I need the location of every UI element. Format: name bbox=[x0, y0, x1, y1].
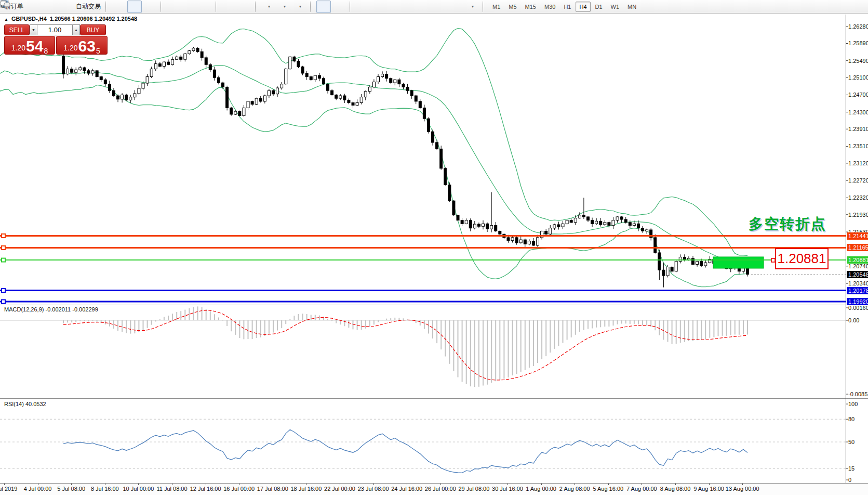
sell-button[interactable]: SELL bbox=[4, 24, 30, 35]
sell-price-button[interactable]: 1.20 54 8 bbox=[4, 36, 55, 55]
level-price-label: 1.20881 bbox=[847, 256, 868, 264]
sell-price-big: 54 bbox=[26, 38, 43, 54]
rsi-axis-label: 0 bbox=[848, 476, 868, 484]
date-tick-mark bbox=[206, 484, 206, 485]
level-price-label: 1.21165 bbox=[847, 244, 868, 251]
macd-axis-label: -0.008522 bbox=[848, 390, 868, 398]
price-tick-label: 1.25490 bbox=[848, 57, 868, 64]
horizontal-line-objects[interactable] bbox=[0, 234, 846, 304]
date-label: 13 Aug 00:00 bbox=[719, 486, 766, 492]
date-tick-mark bbox=[575, 484, 575, 485]
date-tick-mark bbox=[709, 484, 710, 485]
rsi-line bbox=[63, 429, 747, 473]
macd-axis-label: 0.00 bbox=[848, 317, 868, 324]
date-tick-mark bbox=[608, 484, 609, 485]
volume-input[interactable] bbox=[37, 24, 72, 35]
date-tick-mark bbox=[373, 484, 374, 485]
price-tick-label: 1.25100 bbox=[848, 74, 868, 81]
price-tick-label: 1.25890 bbox=[848, 40, 868, 47]
price-tick-label: 1.24700 bbox=[848, 91, 868, 98]
price-tick-label: 1.23910 bbox=[848, 125, 868, 133]
date-tick-mark bbox=[273, 484, 273, 485]
date-tick-mark bbox=[407, 484, 407, 485]
price-tick-label: 1.24300 bbox=[848, 109, 868, 116]
macd-axis-label: 0.001607 bbox=[848, 304, 868, 311]
green-rectangle-object[interactable] bbox=[713, 257, 764, 268]
date-tick-mark bbox=[508, 484, 508, 485]
date-axis[interactable]: 2 Jul 20194 Jul 00:005 Jul 08:008 Jul 16… bbox=[0, 484, 868, 495]
date-tick-mark bbox=[38, 484, 38, 485]
date-tick-mark bbox=[172, 484, 172, 485]
rsi-axis-label: 50 bbox=[848, 438, 868, 446]
rsi-indicator-label: RSI(14) 40.0532 bbox=[4, 401, 46, 407]
callout-anchor-handle[interactable] bbox=[771, 258, 775, 262]
level-price-label: 1.20178 bbox=[847, 287, 868, 294]
date-tick-mark bbox=[340, 484, 340, 485]
chart-ohlc: 1.20566 1.20606 1.20492 1.20548 bbox=[50, 16, 137, 22]
sell-price-sup: 8 bbox=[44, 47, 48, 55]
macd-signal-line bbox=[63, 310, 747, 380]
buy-price-button[interactable]: 1.20 63 5 bbox=[56, 36, 108, 55]
level-price-label: 1.21441 bbox=[847, 232, 868, 240]
date-tick-mark bbox=[541, 484, 542, 485]
macd-indicator-label: MACD(12,26,9) -0.002011 -0.002299 bbox=[4, 306, 98, 312]
price-tick-label: 1.20740 bbox=[848, 263, 868, 270]
rsi-axis-label: 15 bbox=[848, 465, 868, 472]
date-tick-mark bbox=[675, 484, 676, 485]
date-tick-mark bbox=[138, 484, 139, 485]
price-tick-label: 1.23510 bbox=[848, 142, 868, 150]
collapse-arrow-icon[interactable]: ▲ bbox=[4, 17, 8, 22]
rsi-axis-label: 100 bbox=[848, 400, 868, 408]
price-tick-label: 1.26280 bbox=[848, 23, 868, 30]
date-tick-mark bbox=[474, 484, 474, 485]
sell-price-main: 1.20 bbox=[11, 44, 25, 52]
date-tick-mark bbox=[440, 484, 441, 485]
price-callout-text: 1.20881 bbox=[778, 251, 826, 267]
current-price-label: 1.20548 bbox=[847, 271, 868, 278]
price-tick-label: 1.21930 bbox=[848, 211, 868, 218]
volume-decrease-button[interactable]: ▼ bbox=[30, 24, 37, 35]
volume-increase-button[interactable]: ▲ bbox=[72, 24, 80, 35]
date-tick-mark bbox=[742, 484, 743, 485]
chart-symbol: GBPUSD-,H4 bbox=[11, 16, 47, 22]
panel-separator-highlight bbox=[0, 399, 868, 399]
chart-text-annotation[interactable]: 多空转折点 bbox=[749, 214, 826, 234]
date-tick-mark bbox=[105, 484, 105, 485]
macd-histogram bbox=[63, 306, 747, 387]
price-tick-label: 1.20340 bbox=[848, 280, 868, 287]
trading-platform-window: { "toolbar": { "new_order_label": "新订单",… bbox=[0, 0, 868, 495]
price-tick-label: 1.22320 bbox=[848, 194, 868, 201]
buy-price-main: 1.20 bbox=[63, 44, 77, 52]
indicator-level-lines bbox=[0, 320, 846, 468]
price-axis-border bbox=[846, 15, 846, 483]
panel-separator-highlight bbox=[0, 305, 868, 306]
date-tick-mark bbox=[239, 484, 239, 485]
candles bbox=[62, 47, 749, 288]
date-tick-mark bbox=[4, 484, 5, 485]
rsi-axis-label: 80 bbox=[848, 415, 868, 423]
date-tick-mark bbox=[306, 484, 306, 485]
chart-canvas[interactable] bbox=[0, 0, 868, 495]
one-click-trading-panel: SELL ▼ ▲ BUY 1.20 54 8 1.20 63 5 bbox=[4, 24, 108, 55]
price-callout-box[interactable]: 1.20881 bbox=[775, 248, 829, 269]
price-tick-label: 1.23120 bbox=[848, 160, 868, 167]
buy-price-sup: 5 bbox=[96, 47, 100, 55]
buy-button[interactable]: BUY bbox=[80, 24, 106, 35]
date-tick-mark bbox=[71, 484, 72, 485]
price-tick-label: 1.22720 bbox=[848, 177, 868, 184]
date-tick-mark bbox=[642, 484, 642, 485]
buy-price-big: 63 bbox=[78, 38, 96, 54]
chart-title: ▲ GBPUSD-,H4 1.20566 1.20606 1.20492 1.2… bbox=[4, 16, 137, 22]
